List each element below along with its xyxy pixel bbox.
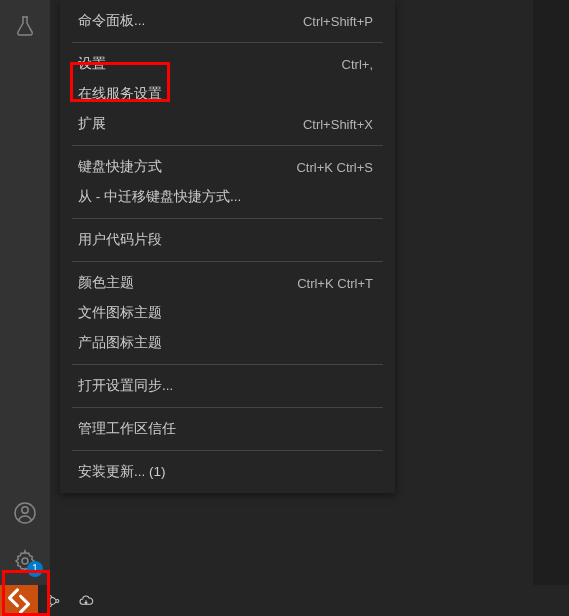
menu-item-label: 颜色主题 <box>78 274 134 292</box>
menu-item-label: 产品图标主题 <box>78 334 162 352</box>
settings-context-menu: 命令面板... Ctrl+Shift+P 设置 Ctrl+, 在线服务设置 扩展… <box>60 0 395 493</box>
menu-item-label: 命令面板... <box>78 12 145 30</box>
svg-point-1 <box>22 507 28 513</box>
menu-item-label: 打开设置同步... <box>78 377 173 395</box>
account-icon[interactable] <box>1 489 49 537</box>
menu-item-label: 在线服务设置 <box>78 85 162 103</box>
activity-bar: 1 <box>0 0 50 585</box>
menu-item-file-icon-theme[interactable]: 文件图标主题 <box>60 298 395 328</box>
menu-item-migrate-shortcuts[interactable]: 从 - 中迁移键盘快捷方式... <box>60 182 395 212</box>
menu-separator <box>72 218 383 219</box>
menu-item-shortcut: Ctrl+Shift+P <box>303 14 373 29</box>
menu-separator <box>72 407 383 408</box>
status-bar <box>0 585 569 616</box>
settings-gear-icon[interactable]: 1 <box>1 537 49 585</box>
flask-icon[interactable] <box>1 2 49 50</box>
menu-item-online-services[interactable]: 在线服务设置 <box>60 79 395 109</box>
svg-point-5 <box>56 599 59 602</box>
menu-separator <box>72 261 383 262</box>
svg-point-4 <box>49 603 52 606</box>
menu-item-shortcut: Ctrl+K Ctrl+T <box>297 276 373 291</box>
status-remote-button[interactable] <box>0 585 38 616</box>
menu-separator <box>72 364 383 365</box>
menu-item-shortcut: Ctrl+, <box>342 57 373 72</box>
menu-item-keyboard-shortcuts[interactable]: 键盘快捷方式 Ctrl+K Ctrl+S <box>60 152 395 182</box>
svg-point-3 <box>49 595 52 598</box>
menu-item-label: 扩展 <box>78 115 106 133</box>
settings-badge: 1 <box>27 561 43 577</box>
menu-item-label: 设置 <box>78 55 106 73</box>
menu-separator <box>72 145 383 146</box>
menu-separator <box>72 450 383 451</box>
menu-item-label: 管理工作区信任 <box>78 420 176 438</box>
menu-item-workspace-trust[interactable]: 管理工作区信任 <box>60 414 395 444</box>
menu-item-shortcut: Ctrl+Shift+X <box>303 117 373 132</box>
menu-item-settings-sync[interactable]: 打开设置同步... <box>60 371 395 401</box>
status-cloud-sync[interactable] <box>70 585 102 616</box>
menu-item-label: 键盘快捷方式 <box>78 158 162 176</box>
menu-item-product-icon-theme[interactable]: 产品图标主题 <box>60 328 395 358</box>
menu-item-label: 用户代码片段 <box>78 231 162 249</box>
menu-item-label: 从 - 中迁移键盘快捷方式... <box>78 188 241 206</box>
svg-point-2 <box>22 558 28 564</box>
menu-item-label: 安装更新... (1) <box>78 463 166 481</box>
status-source-control[interactable] <box>38 585 70 616</box>
menu-item-command-palette[interactable]: 命令面板... Ctrl+Shift+P <box>60 6 395 36</box>
editor-area-right <box>533 0 569 585</box>
menu-item-label: 文件图标主题 <box>78 304 162 322</box>
menu-item-color-theme[interactable]: 颜色主题 Ctrl+K Ctrl+T <box>60 268 395 298</box>
menu-item-install-updates[interactable]: 安装更新... (1) <box>60 457 395 487</box>
menu-item-extensions[interactable]: 扩展 Ctrl+Shift+X <box>60 109 395 139</box>
menu-item-user-snippets[interactable]: 用户代码片段 <box>60 225 395 255</box>
menu-separator <box>72 42 383 43</box>
menu-item-settings[interactable]: 设置 Ctrl+, <box>60 49 395 79</box>
menu-item-shortcut: Ctrl+K Ctrl+S <box>296 160 373 175</box>
